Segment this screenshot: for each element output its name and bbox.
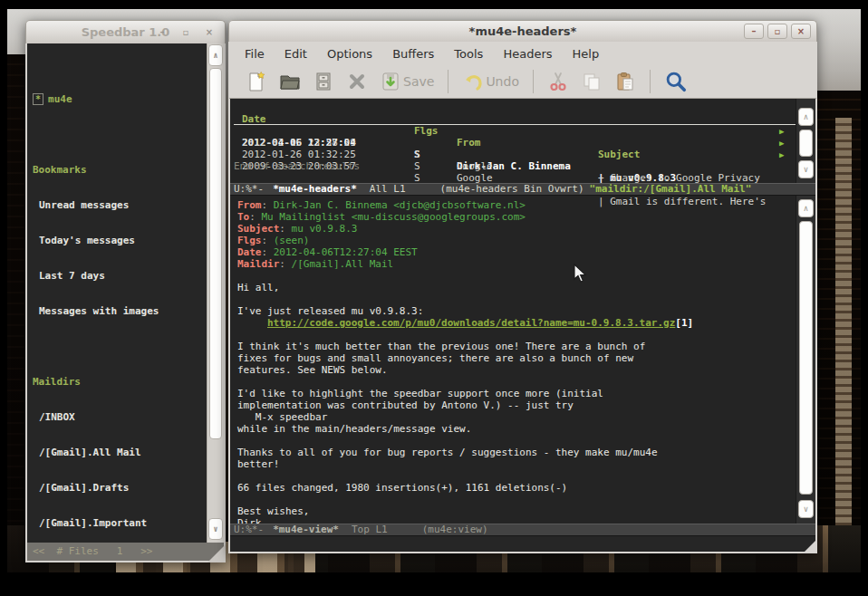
- scroll-down-icon[interactable]: ∨: [208, 518, 223, 540]
- message-body-line: fixes for bugs and small annoyances; the…: [237, 352, 815, 364]
- dired-button[interactable]: [311, 69, 336, 94]
- scroll-up-icon[interactable]: ∧: [798, 108, 814, 126]
- headers-scrollbar[interactable]: ∧ ∨: [796, 99, 815, 183]
- wallpaper-building: [835, 118, 852, 572]
- maximize-icon[interactable]: ▫: [176, 24, 196, 40]
- buffer-name: *mu4e-view*: [273, 524, 339, 535]
- field-to: To: Mu Mailinglist <mu-discuss@googlegro…: [237, 211, 815, 223]
- menu-tools[interactable]: Tools: [444, 44, 493, 63]
- maildir-drafts[interactable]: /[Gmail].Drafts: [33, 482, 224, 494]
- maildir-allmail[interactable]: /[Gmail].All Mail: [33, 447, 224, 458]
- resize-grip[interactable]: [207, 544, 226, 562]
- screen: Speedbar 1.0 – ▫ × *mu4e Bookmarks Unrea…: [0, 0, 868, 596]
- menu-file[interactable]: File: [235, 44, 275, 63]
- open-file-button[interactable]: [277, 69, 303, 94]
- message-body-line: Best wishes,: [237, 505, 815, 517]
- new-file-button[interactable]: [244, 69, 269, 94]
- paste-button[interactable]: [612, 69, 638, 94]
- resize-grip[interactable]: [803, 539, 817, 553]
- minimize-icon[interactable]: –: [152, 24, 172, 40]
- window-title: *mu4e-headers*: [469, 24, 577, 38]
- scroll-up-icon[interactable]: ∧: [208, 44, 223, 66]
- emacs-titlebar[interactable]: *mu4e-headers* – ▫ ×: [228, 20, 817, 42]
- close-x-icon: [346, 71, 368, 92]
- menu-headers[interactable]: Headers: [493, 44, 562, 63]
- scrollbar-thumb[interactable]: [209, 68, 222, 439]
- sidebar-item-last7days[interactable]: Last 7 days: [33, 270, 224, 282]
- toolbar: Save Undo: [229, 65, 816, 99]
- message-body-line: Dirk.: [237, 517, 815, 524]
- message-body-line: [237, 293, 815, 305]
- speedbar-window: Speedbar 1.0 – ▫ × *mu4e Bookmarks Unrea…: [25, 20, 226, 562]
- buffer-name: *mu4e-headers*: [273, 183, 357, 195]
- sidebar-item-today[interactable]: Today's messages: [33, 235, 224, 246]
- field-maildir: Maildir: /[Gmail].All Mail: [237, 258, 815, 270]
- undo-label: Undo: [486, 74, 519, 89]
- end-of-results-text: End of search results: [230, 160, 815, 172]
- message-body-line: M-x speedbar: [237, 411, 815, 423]
- menu-buffers[interactable]: Buffers: [382, 44, 444, 63]
- maximize-icon[interactable]: ▫: [767, 24, 787, 39]
- modeline-modes: (mu4e-headers Bin Ovwrt): [440, 183, 584, 195]
- modeline-prefix: U:%*-: [234, 183, 264, 195]
- speedbar-root-item[interactable]: *mu4e: [33, 93, 224, 105]
- table-row[interactable]: 2012-01-26 01:32:25 S Google \ Changes t…: [230, 137, 815, 149]
- emacs-frame-content: Date Flgs From Subject 2012-04-06 12:27:…: [230, 99, 815, 552]
- scrollbar-thumb[interactable]: [799, 221, 813, 495]
- status-files-label: # Files: [57, 545, 99, 557]
- scrollbar-thumb[interactable]: [799, 130, 813, 157]
- table-row[interactable]: 2012-02-15 23:58:29 S Google + Changes t…: [230, 125, 815, 137]
- save-button[interactable]: Save: [378, 69, 436, 94]
- echo-area[interactable]: [230, 536, 815, 551]
- speedbar-content: *mu4e Bookmarks Unread messages Today's …: [27, 43, 224, 543]
- message-body-line: features. See NEWS below.: [237, 364, 815, 376]
- copy-button[interactable]: [579, 69, 604, 94]
- search-button[interactable]: [662, 68, 690, 95]
- copy-icon: [581, 71, 603, 92]
- search-icon: [664, 70, 688, 93]
- status-right[interactable]: >>: [140, 545, 152, 557]
- close-icon[interactable]: ×: [199, 24, 219, 40]
- modeline-modes: (mu4e:view): [422, 524, 488, 535]
- status-left[interactable]: <<: [33, 545, 44, 557]
- scroll-up-icon[interactable]: ∧: [798, 199, 814, 217]
- emacs-window: *mu4e-headers* – ▫ × File Edit Options B…: [228, 20, 817, 553]
- cut-button[interactable]: [545, 69, 571, 94]
- speedbar-statusbar: << # Files 1 >>: [27, 543, 224, 561]
- buffer-position: All L1: [370, 183, 406, 195]
- message-body-line: I've just released mu v0.9.8.3:: [237, 305, 815, 317]
- save-label: Save: [403, 74, 434, 89]
- message-body-line: [237, 376, 815, 388]
- menu-options[interactable]: Options: [317, 44, 382, 63]
- message-body-line: better!: [237, 458, 815, 470]
- speedbar-titlebar[interactable]: Speedbar 1.0 – ▫ ×: [25, 20, 226, 43]
- close-buffer-button[interactable]: [344, 69, 370, 94]
- speedbar-scrollbar[interactable]: ∧ ∨: [207, 43, 224, 543]
- minimize-icon[interactable]: –: [744, 24, 764, 39]
- menubar: File Edit Options Buffers Tools Headers …: [229, 42, 816, 65]
- sidebar-item-unread[interactable]: Unread messages: [33, 199, 224, 211]
- message-body-line: [237, 494, 815, 505]
- message-body-line: implementation was contributed by Antono…: [237, 399, 815, 411]
- maildir-inbox[interactable]: /INBOX: [33, 411, 224, 423]
- table-row[interactable]: 2009-03-23 20:03:57 S Gmail Team | Gmail…: [230, 149, 815, 160]
- close-icon[interactable]: ×: [791, 24, 811, 39]
- toolbar-separator: [448, 70, 448, 93]
- new-file-icon: [246, 71, 267, 92]
- scroll-down-icon[interactable]: ∨: [798, 500, 814, 518]
- download-link[interactable]: http://code.google.com/p/mu0/downloads/d…: [267, 317, 675, 329]
- menu-help[interactable]: Help: [563, 44, 610, 63]
- expand-marker-icon[interactable]: *: [33, 93, 43, 105]
- sidebar-item-images[interactable]: Messages with images: [33, 305, 224, 317]
- view-scrollbar[interactable]: ∧ ∨: [796, 196, 815, 524]
- mu4e-headers-buffer: Date Flgs From Subject 2012-04-06 12:27:…: [230, 99, 815, 183]
- toolbar-separator: [650, 70, 651, 93]
- table-row[interactable]: 2012-04-06 12:27:04 S Dirk-Jan C. Binnem…: [230, 113, 815, 125]
- maildir-important[interactable]: /[Gmail].Important: [33, 517, 224, 529]
- scroll-down-icon[interactable]: ∨: [798, 160, 814, 178]
- message-body-line: [237, 470, 815, 482]
- menu-edit[interactable]: Edit: [275, 44, 317, 63]
- field-date: Date: 2012-04-06T12:27:04 EEST: [237, 246, 815, 258]
- undo-button[interactable]: Undo: [460, 69, 521, 94]
- message-body-line: Hi all,: [237, 282, 815, 293]
